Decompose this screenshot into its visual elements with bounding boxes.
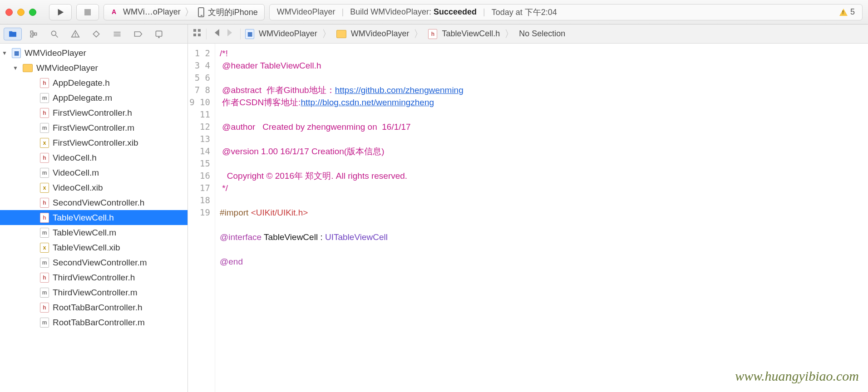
- forward-button[interactable]: [227, 28, 233, 39]
- tree-file[interactable]: mThirdViewController.m: [0, 285, 187, 300]
- test-navigator-tab[interactable]: [87, 28, 105, 40]
- scheme-app-label: WMVi…oPlayer: [123, 7, 181, 17]
- svg-line-8: [56, 35, 58, 37]
- close-window-button[interactable]: [5, 9, 13, 16]
- status-time: Today at 下午2:04: [492, 7, 557, 18]
- line-gutter: 1 2 3 4 5 6 7 8 9 10 11 12 13 14 15 16 1…: [188, 44, 215, 392]
- disclosure-triangle-icon[interactable]: ▼: [13, 65, 19, 71]
- project-navigator[interactable]: ▼ ▦ WMVideoPlayer ▼ WMVideoPlayer hAppDe…: [0, 44, 188, 392]
- svg-rect-20: [198, 29, 201, 32]
- tree-label: VideoCell.xib: [53, 183, 103, 193]
- tree-file[interactable]: xTableViewCell.xib: [0, 240, 187, 255]
- crumb-selection[interactable]: No Selection: [519, 29, 565, 39]
- file-icon: h: [40, 213, 49, 223]
- source-editor[interactable]: 1 2 3 4 5 6 7 8 9 10 11 12 13 14 15 16 1…: [188, 44, 868, 392]
- symbol-navigator-tab[interactable]: [25, 28, 43, 40]
- svg-point-7: [51, 31, 56, 35]
- project-icon: ▦: [245, 29, 254, 39]
- tree-label: AppDelegate.h: [53, 78, 110, 88]
- svg-marker-0: [58, 9, 64, 15]
- tree-label: RootTabBarController.m: [53, 318, 145, 328]
- find-navigator-tab[interactable]: [45, 28, 64, 40]
- tree-file[interactable]: mFirstViewController.m: [0, 120, 187, 135]
- issue-navigator-tab[interactable]: [66, 28, 84, 40]
- svg-rect-19: [193, 29, 196, 32]
- tree-file[interactable]: hAppDelegate.h: [0, 75, 187, 90]
- report-navigator-tab[interactable]: [150, 28, 168, 40]
- main-split: ▼ ▦ WMVideoPlayer ▼ WMVideoPlayer hAppDe…: [0, 44, 868, 392]
- tree-label: FirstViewController.xib: [53, 138, 138, 148]
- history-nav: [211, 28, 236, 39]
- tree-label: WMVideoPlayer: [25, 48, 86, 58]
- tree-label: FirstViewController.h: [53, 108, 132, 118]
- warnings-indicator[interactable]: 5: [839, 7, 855, 17]
- tree-file[interactable]: xVideoCell.xib: [0, 180, 187, 195]
- tree-label: AppDelegate.m: [53, 93, 112, 103]
- tree-file[interactable]: mAppDelegate.m: [0, 90, 187, 105]
- tree-label: VideoCell.m: [53, 168, 99, 178]
- phone-icon: [198, 7, 204, 17]
- tree-file[interactable]: hFirstViewController.h: [0, 105, 187, 120]
- file-icon: m: [40, 228, 49, 238]
- tree-label: WMVideoPlayer: [36, 63, 98, 73]
- folder-icon: [23, 64, 33, 72]
- crumb-group[interactable]: WMVideoPlayer: [351, 29, 409, 39]
- chevron-right-icon: 〉: [414, 27, 424, 41]
- crumb-file[interactable]: TableViewCell.h: [442, 29, 500, 39]
- svg-rect-1: [84, 9, 91, 15]
- zoom-window-button[interactable]: [29, 9, 36, 16]
- tree-label: SecondViewController.m: [53, 258, 147, 268]
- file-icon: x: [40, 183, 49, 193]
- window-controls: [5, 9, 36, 16]
- tree-group[interactable]: ▼ WMVideoPlayer: [0, 60, 187, 75]
- file-icon: m: [40, 318, 49, 328]
- tree-file[interactable]: hRootTabBarController.h: [0, 300, 187, 315]
- back-button[interactable]: [214, 28, 220, 39]
- breakpoint-navigator-tab[interactable]: [129, 28, 147, 40]
- tree-file[interactable]: hSecondViewController.h: [0, 195, 187, 210]
- tree-file[interactable]: hVideoCell.h: [0, 150, 187, 165]
- header-file-icon: h: [428, 29, 437, 39]
- scheme-selector[interactable]: WMVi…oPlayer 〉 文明的iPhone: [104, 4, 265, 20]
- svg-rect-4: [35, 33, 37, 35]
- file-icon: h: [40, 198, 49, 208]
- tree-label: VideoCell.h: [53, 153, 97, 163]
- tab-bar: ▦ WMVideoPlayer 〉 WMVideoPlayer 〉 h Tabl…: [0, 24, 868, 44]
- breadcrumb[interactable]: ▦ WMVideoPlayer 〉 WMVideoPlayer 〉 h Tabl…: [245, 27, 565, 41]
- tree-file[interactable]: mTableViewCell.m: [0, 225, 187, 240]
- tree-file[interactable]: hThirdViewController.h: [0, 270, 187, 285]
- editor-jump-bar: ▦ WMVideoPlayer 〉 WMVideoPlayer 〉 h Tabl…: [188, 24, 868, 43]
- file-icon: m: [40, 123, 49, 133]
- github-link[interactable]: https://github.com/zhengwenming: [335, 85, 464, 95]
- svg-rect-17: [156, 31, 162, 36]
- minimize-window-button[interactable]: [17, 9, 25, 16]
- tree-file[interactable]: hTableViewCell.h: [0, 210, 187, 225]
- debug-navigator-tab[interactable]: [108, 28, 126, 40]
- warnings-count: 5: [850, 7, 855, 17]
- tree-label: TableViewCell.xib: [53, 243, 120, 253]
- tree-label: ThirdViewController.h: [53, 273, 135, 283]
- project-navigator-tab[interactable]: [4, 28, 22, 40]
- chevron-right-icon: 〉: [322, 27, 332, 41]
- related-items-button[interactable]: [192, 28, 202, 39]
- tree-label: RootTabBarController.h: [53, 303, 143, 313]
- warning-triangle-icon: [839, 9, 848, 16]
- csdn-link[interactable]: http://blog.csdn.net/wenmingzheng: [301, 98, 434, 107]
- run-button[interactable]: [49, 4, 72, 20]
- tree-file[interactable]: mVideoCell.m: [0, 165, 187, 180]
- file-icon: h: [40, 108, 49, 118]
- file-icon: m: [40, 93, 49, 103]
- activity-status: WMVideoPlayer | Build WMVideoPlayer: Suc…: [269, 4, 863, 20]
- tree-file[interactable]: mSecondViewController.m: [0, 255, 187, 270]
- stop-button[interactable]: [76, 4, 99, 20]
- tree-file[interactable]: xFirstViewController.xib: [0, 135, 187, 150]
- status-build: Build WMVideoPlayer: Succeeded: [350, 7, 477, 17]
- crumb-project[interactable]: WMVideoPlayer: [259, 29, 317, 39]
- disclosure-triangle-icon[interactable]: ▼: [2, 50, 8, 56]
- scheme-device-label: 文明的iPhone: [208, 7, 258, 18]
- chevron-right-icon: 〉: [184, 5, 194, 19]
- tree-file[interactable]: mRootTabBarController.m: [0, 315, 187, 330]
- code-area[interactable]: /*! @header TableViewCell.h @abstract 作者…: [215, 44, 868, 392]
- file-icon: x: [40, 138, 49, 148]
- tree-project-root[interactable]: ▼ ▦ WMVideoPlayer: [0, 45, 187, 60]
